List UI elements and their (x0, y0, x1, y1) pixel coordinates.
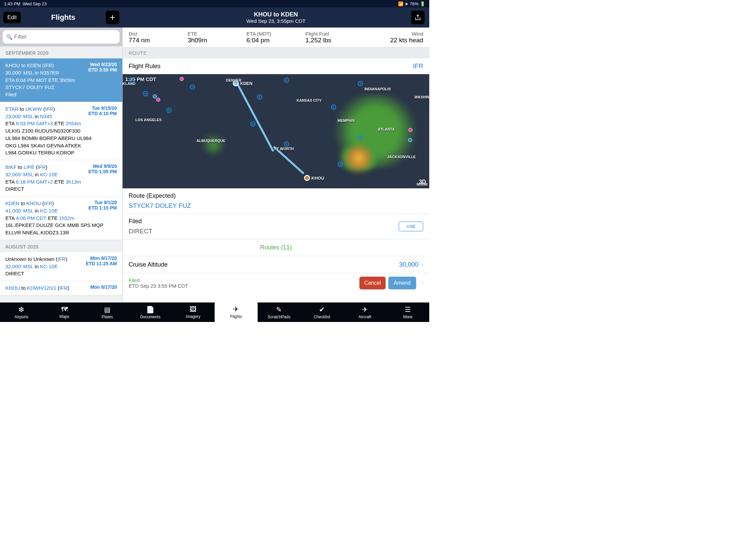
flight-rules-label: Flight Rules (129, 63, 160, 70)
plates-icon: ▤ (104, 305, 110, 314)
route-expected-label: Route (Expected) (129, 192, 423, 199)
tab-more[interactable]: ☰More (386, 302, 429, 322)
map-3d-button[interactable]: 3D (419, 179, 426, 185)
flight-rules-row[interactable]: Flight Rules IFR (123, 58, 429, 74)
sidebar[interactable]: 🔍 SEPTEMBER 2020 Wed 9/23/20ETD 3:55 PM … (0, 28, 123, 302)
tab-documents[interactable]: 📄Documents (129, 302, 172, 322)
page-title: Flights (51, 13, 75, 22)
waypoint-khou-icon (304, 175, 310, 181)
stat-label: ETE (187, 31, 246, 36)
route-expected-row[interactable]: Route (Expected) STYCK7 DOLEY FUZ (123, 188, 429, 214)
share-icon (414, 14, 421, 21)
status-right: 📶 ➤ 76% 🔋 (398, 1, 425, 6)
route-expected-value: STYCK7 DOLEY FUZ (129, 202, 423, 210)
stat-label: ETA (MDT) (247, 31, 305, 36)
route-map[interactable]: 1:35 PM CDT KDEN KHOU DENVER KLAND LOS A… (123, 74, 429, 188)
route-title-main: KHOU to KDEN (247, 11, 306, 18)
flight-date: Tue 9/1/20ETD 1:15 PM (88, 200, 117, 211)
route-section-header: ROUTE (123, 48, 429, 58)
flight-item[interactable]: Tue 9/1/20ETD 1:15 PM KDEN to KHOU (IFR)… (0, 196, 122, 240)
tab-bar: ❇Airports 🗺Maps ▤Plates 📄Documents 🖼Imag… (0, 302, 429, 322)
aircraft-icon: ✈ (362, 305, 368, 314)
flight-date: Mon 8/17/20 (91, 284, 117, 290)
search-icon: 🔍 (6, 34, 13, 40)
location-icon: ➤ (405, 1, 408, 6)
filed-status-bar: Filed ETD Sep 23 3:55 PM CDT Cancel Amen… (123, 273, 429, 293)
airports-icon: ❇ (19, 305, 24, 314)
status-date: Wed Sep 23 (23, 1, 47, 6)
filed-route-row: Filed DIRECT USE (123, 214, 429, 239)
flights-icon: ✈ (233, 305, 239, 313)
tab-maps[interactable]: 🗺Maps (43, 302, 86, 322)
detail-pane[interactable]: Dist774 nm ETE3h09m ETA (MDT)6:04 pm Fli… (123, 28, 429, 302)
route-line (236, 83, 274, 152)
tab-airports[interactable]: ❇Airports (0, 302, 43, 322)
flight-item[interactable]: Wed 9/9/20ETD 1:05 PM BIKF to LIPE (IFR)… (0, 160, 122, 196)
waypoint-khou: KHOU (311, 176, 324, 181)
filed-value: DIRECT (129, 228, 153, 235)
flight-date: Tue 9/15/20ETD 4:10 PM (88, 105, 117, 116)
tab-checklist[interactable]: ✔Checklist (301, 302, 343, 322)
stat-label: Flight Fuel (305, 31, 364, 36)
routes-link[interactable]: Routes (11) (123, 239, 429, 256)
cruise-altitude-row[interactable]: Cruise Altitude 30,000› (123, 256, 429, 273)
battery-icon: 🔋 (420, 1, 425, 6)
tab-scratchpads[interactable]: ✎ScratchPads (258, 302, 301, 322)
filed-label: Filed (129, 218, 153, 225)
section-header: SEPTEMBER 2020 (0, 46, 122, 58)
documents-icon: 📄 (146, 305, 155, 314)
waypoint-kden: KDEN (240, 81, 253, 86)
status-bar: 1:43 PM Wed Sep 23 📶 ➤ 76% 🔋 (0, 0, 429, 7)
imagery-icon: 🖼 (190, 305, 197, 313)
stat-label: Wind (364, 31, 423, 36)
radar-overlay (200, 135, 227, 155)
status-time: 1:43 PM (4, 1, 20, 6)
flight-item[interactable]: Mon 8/17/20 KHOU to KDWH/120/1 (IFR) (0, 281, 122, 295)
filed-status-time: ETD Sep 23 3:55 PM CDT (129, 283, 188, 289)
edit-button[interactable]: Edit (3, 12, 21, 23)
cruise-value: 30,000 (399, 261, 418, 268)
stat-value: 3h09m (187, 36, 246, 44)
maps-icon: 🗺 (61, 305, 68, 313)
flight-date: Wed 9/9/20ETD 1:05 PM (88, 163, 117, 174)
section-header: AUGUST 2020 (0, 240, 122, 252)
tab-imagery[interactable]: 🖼Imagery (172, 302, 215, 322)
route-title: KHOU to KDEN Wed Sep 23, 3:55pm CDT (247, 11, 306, 24)
stat-value: 1,252 lbs (305, 36, 364, 44)
radar-overlay (339, 145, 379, 171)
flight-date: Wed 9/23/20ETD 3:55 PM (88, 62, 117, 73)
wifi-icon: 📶 (398, 1, 404, 6)
tab-flights[interactable]: ✈Flights (215, 302, 258, 322)
stats-bar: Dist774 nm ETE3h09m ETA (MDT)6:04 pm Fli… (123, 28, 429, 48)
checklist-icon: ✔ (319, 305, 325, 314)
more-icon: ☰ (405, 305, 411, 314)
flight-rules-value: IFR (413, 62, 423, 70)
add-button[interactable]: + (106, 11, 119, 24)
chevron-right-icon: › (421, 280, 423, 286)
flight-item[interactable]: Tue 9/15/20ETD 4:10 PM ETAR to UKWW (IFR… (0, 102, 122, 160)
amend-button[interactable]: Amend (388, 277, 416, 289)
stat-label: Dist (129, 31, 187, 36)
tab-plates[interactable]: ▤Plates (86, 302, 129, 322)
chevron-right-icon: › (421, 261, 423, 268)
scratchpads-icon: ✎ (276, 305, 282, 314)
filter-input[interactable] (3, 30, 120, 44)
route-title-sub: Wed Sep 23, 3:55pm CDT (247, 18, 306, 24)
stat-value: 6:04 pm (247, 36, 305, 44)
cruise-label: Cruise Altitude (129, 261, 168, 268)
filed-status-label: Filed (129, 277, 188, 283)
use-button[interactable]: USE (399, 221, 423, 231)
battery-pct: 76% (410, 1, 418, 6)
tab-aircraft[interactable]: ✈Aircraft (343, 302, 386, 322)
cancel-button[interactable]: Cancel (359, 277, 386, 289)
flight-item[interactable]: Wed 9/23/20ETD 3:55 PM KHOU to KDEN (IFR… (0, 58, 122, 102)
share-button[interactable] (411, 11, 424, 24)
stat-value: 22 kts head (364, 36, 423, 44)
header-bar: Edit Flights + KHOU to KDEN Wed Sep 23, … (0, 7, 429, 28)
flight-date: Mon 8/17/20ETD 11:25 AM (86, 256, 117, 266)
stat-value: 774 nm (129, 36, 187, 44)
flight-item[interactable]: Mon 8/17/20ETD 11:25 AM Unknown to Unkno… (0, 252, 122, 281)
